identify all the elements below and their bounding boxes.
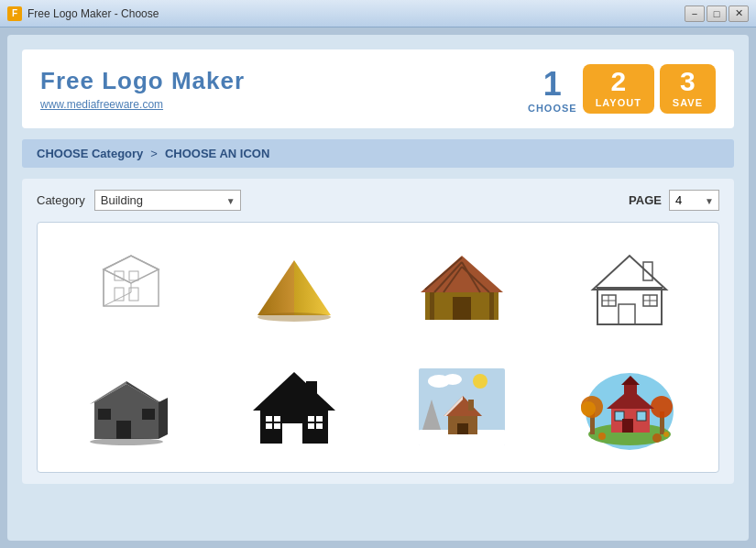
website-link[interactable]: www.mediafreeware.com bbox=[40, 98, 163, 111]
step-1-number: 1 bbox=[543, 68, 562, 101]
category-select[interactable]: Building Animals Arrows Business Communi… bbox=[94, 190, 241, 211]
window-content: Free Logo Maker www.mediafreeware.com 1 … bbox=[7, 35, 749, 541]
step-1: 1 CHOOSE bbox=[528, 68, 577, 114]
svg-rect-73 bbox=[622, 419, 633, 433]
svg-rect-36 bbox=[142, 409, 155, 420]
step-3-label: SAVE bbox=[673, 97, 703, 108]
svg-point-50 bbox=[444, 374, 462, 385]
svg-point-76 bbox=[663, 432, 669, 437]
svg-point-74 bbox=[598, 433, 606, 440]
icon-cell-5[interactable] bbox=[52, 356, 202, 457]
maximize-button[interactable]: □ bbox=[707, 5, 727, 22]
svg-rect-18 bbox=[489, 292, 494, 320]
svg-marker-8 bbox=[294, 260, 331, 315]
app-title: Free Logo Maker bbox=[40, 67, 245, 95]
icon-cell-8[interactable] bbox=[554, 356, 704, 457]
svg-marker-11 bbox=[421, 256, 503, 292]
svg-point-37 bbox=[90, 438, 163, 445]
svg-rect-40 bbox=[306, 381, 317, 403]
page-right: PAGE 1 2 3 4 5 bbox=[629, 190, 719, 211]
step-2[interactable]: 2 LAYOUT bbox=[583, 64, 654, 114]
breadcrumb-separator: > bbox=[150, 147, 158, 160]
title-bar: F Free Logo Maker - Choose − □ ✕ bbox=[0, 0, 756, 27]
icon-cell-2[interactable] bbox=[220, 237, 369, 338]
svg-marker-1 bbox=[104, 256, 159, 283]
svg-rect-34 bbox=[116, 421, 131, 439]
icon-grid bbox=[52, 237, 704, 457]
svg-point-66 bbox=[651, 396, 673, 418]
svg-rect-23 bbox=[619, 304, 635, 324]
window-controls: − □ ✕ bbox=[685, 5, 749, 22]
page-label: PAGE bbox=[629, 193, 662, 207]
svg-marker-21 bbox=[593, 256, 666, 290]
svg-marker-39 bbox=[253, 372, 335, 411]
svg-rect-59 bbox=[468, 400, 474, 411]
icon-cell-4[interactable] bbox=[554, 237, 704, 338]
breadcrumb-bar: CHOOSE Category > CHOOSE AN ICON bbox=[22, 139, 734, 168]
svg-point-75 bbox=[652, 433, 662, 443]
step-2-label: LAYOUT bbox=[596, 97, 641, 108]
svg-rect-19 bbox=[453, 297, 471, 320]
step-3[interactable]: 3 SAVE bbox=[660, 64, 716, 114]
svg-point-9 bbox=[257, 312, 331, 322]
app-header: Free Logo Maker www.mediafreeware.com 1 … bbox=[22, 49, 734, 128]
logo-area: Free Logo Maker www.mediafreeware.com bbox=[40, 67, 245, 112]
steps-indicator: 1 CHOOSE 2 LAYOUT 3 SAVE bbox=[528, 64, 716, 114]
close-button[interactable]: ✕ bbox=[729, 5, 749, 22]
svg-marker-33 bbox=[159, 398, 168, 439]
step-3-number: 3 bbox=[680, 68, 696, 95]
svg-rect-6 bbox=[129, 271, 138, 280]
icon-cell-6[interactable] bbox=[220, 356, 369, 457]
svg-rect-41 bbox=[282, 423, 302, 444]
svg-rect-58 bbox=[457, 423, 468, 434]
category-row: Category Building Animals Arrows Busines… bbox=[37, 190, 719, 211]
svg-point-51 bbox=[473, 374, 488, 389]
page-select[interactable]: 1 2 3 4 5 bbox=[669, 190, 719, 211]
app-icon: F bbox=[7, 6, 22, 21]
category-label: Category bbox=[37, 193, 85, 207]
icon-cell-1[interactable] bbox=[52, 237, 202, 338]
breadcrumb-step2: CHOOSE AN ICON bbox=[165, 147, 269, 160]
svg-marker-7 bbox=[257, 260, 294, 315]
step-1-label: CHOOSE bbox=[528, 103, 577, 114]
breadcrumb-step1: CHOOSE Category bbox=[37, 147, 143, 160]
category-left: Category Building Animals Arrows Busines… bbox=[37, 190, 241, 211]
svg-rect-22 bbox=[643, 262, 652, 280]
icon-grid-container bbox=[37, 222, 719, 473]
category-select-wrapper[interactable]: Building Animals Arrows Business Communi… bbox=[94, 190, 241, 211]
step-2-number: 2 bbox=[610, 68, 626, 95]
window-title: Free Logo Maker - Choose bbox=[27, 7, 685, 20]
icon-cell-3[interactable] bbox=[388, 237, 537, 338]
minimize-button[interactable]: − bbox=[685, 5, 705, 22]
icon-cell-7[interactable] bbox=[388, 356, 537, 457]
svg-rect-35 bbox=[98, 409, 111, 420]
main-panel: Category Building Animals Arrows Busines… bbox=[22, 179, 734, 484]
page-select-wrapper[interactable]: 1 2 3 4 5 bbox=[669, 190, 719, 211]
svg-rect-72 bbox=[637, 411, 646, 421]
svg-point-64 bbox=[581, 401, 596, 416]
svg-rect-17 bbox=[430, 292, 434, 320]
